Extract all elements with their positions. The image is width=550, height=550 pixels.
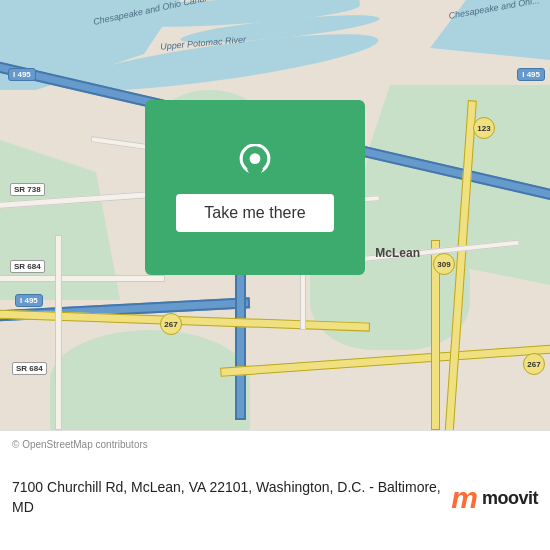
moovit-logo: m moovit <box>451 483 538 513</box>
cta-box: Take me there <box>145 100 365 275</box>
shield-i495-bottom: I 495 <box>15 294 43 307</box>
shield-va267-right: 267 <box>523 353 545 375</box>
moovit-m-icon: m <box>451 483 478 513</box>
shield-va123: 123 <box>473 117 495 139</box>
take-me-there-button[interactable]: Take me there <box>176 194 333 232</box>
shield-i495-top-right: I 495 <box>517 68 545 81</box>
map-container: Chesapeake and Ohio Canal Chesapeake and… <box>0 0 550 430</box>
label-mclean: McLean <box>375 246 420 260</box>
green-area-bottom <box>50 330 250 430</box>
shield-sr684-bottom: SR 684 <box>12 362 47 375</box>
road-sr684-v <box>55 235 62 430</box>
shield-sr738: SR 738 <box>10 183 45 196</box>
attribution: © OpenStreetMap contributors <box>12 439 538 450</box>
shield-i495-top-left: I 495 <box>8 68 36 81</box>
location-pin <box>235 144 275 184</box>
svg-marker-3 <box>248 170 262 182</box>
shield-sr684-top: SR 684 <box>10 260 45 273</box>
svg-point-1 <box>250 153 261 164</box>
shield-va309: 309 <box>433 253 455 275</box>
moovit-brand-name: moovit <box>482 488 538 509</box>
road-sr684-h <box>0 275 165 282</box>
address-text: 7100 Churchill Rd, McLean, VA 22101, Was… <box>12 478 441 517</box>
shield-va267-left: 267 <box>160 313 182 335</box>
address-row: 7100 Churchill Rd, McLean, VA 22101, Was… <box>12 454 538 542</box>
bottom-bar: © OpenStreetMap contributors 7100 Church… <box>0 430 550 550</box>
